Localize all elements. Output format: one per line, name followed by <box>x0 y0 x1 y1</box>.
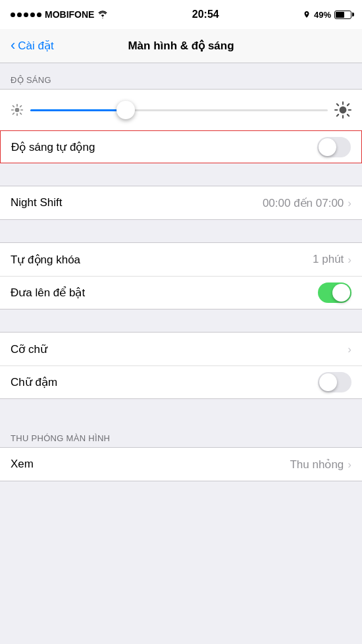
toggle-knob <box>319 138 336 156</box>
brightness-section-label: ĐỘ SÁNG <box>0 63 362 89</box>
svg-line-15 <box>348 115 349 116</box>
gap-3 <box>0 309 362 332</box>
slider-thumb[interactable] <box>116 101 135 119</box>
raise-to-wake-row: Đưa lên để bật <box>0 276 362 309</box>
night-shift-section: Night Shift 00:00 đến 07:00 › <box>0 186 362 220</box>
night-shift-row[interactable]: Night Shift 00:00 đến 07:00 › <box>0 186 362 219</box>
gap-4 <box>0 399 362 421</box>
back-chevron-icon: ‹ <box>11 38 15 53</box>
battery-percent: 49% <box>314 10 331 20</box>
auto-brightness-toggle[interactable] <box>317 137 351 157</box>
back-button[interactable]: ‹ Cài đặt <box>11 39 54 53</box>
night-shift-value: 00:00 đến 07:00 <box>263 196 344 210</box>
night-shift-label: Night Shift <box>11 196 263 209</box>
zoom-value: Thu nhỏng <box>290 458 344 471</box>
brightness-slider[interactable] <box>30 99 328 121</box>
zoom-label: Xem <box>11 458 290 471</box>
text-size-label: Cỡ chữ <box>11 342 348 356</box>
svg-line-14 <box>337 104 338 105</box>
svg-line-7 <box>13 113 14 115</box>
svg-point-0 <box>15 108 20 113</box>
svg-line-8 <box>20 106 22 107</box>
status-left: MOBIFONE <box>11 9 108 20</box>
auto-lock-row[interactable]: Tự động khóa 1 phút › <box>0 243 362 276</box>
auto-lock-section: Tự động khóa 1 phút › Đưa lên để bật <box>0 242 362 309</box>
bold-text-label: Chữ đậm <box>11 375 318 389</box>
zoom-section: Xem Thu nhỏng › <box>0 447 362 481</box>
zoom-row[interactable]: Xem Thu nhỏng › <box>0 448 362 481</box>
brightness-slider-row <box>0 89 362 130</box>
zoom-chevron-icon: › <box>348 459 351 470</box>
text-section: Cỡ chữ › Chữ đậm <box>0 332 362 399</box>
svg-line-6 <box>20 113 22 115</box>
auto-lock-label: Tự động khóa <box>11 253 313 267</box>
auto-lock-chevron-icon: › <box>348 254 351 265</box>
location-icon <box>303 11 311 18</box>
back-label: Cài đặt <box>18 39 53 53</box>
raise-to-wake-knob <box>332 284 350 302</box>
bold-text-row: Chữ đậm <box>0 365 362 398</box>
signal-dots <box>11 13 41 17</box>
bold-text-toggle[interactable] <box>318 372 351 392</box>
raise-to-wake-toggle[interactable] <box>318 282 351 303</box>
zoom-section-label: THU PHÓNG MÀN HÌNH <box>0 421 362 447</box>
text-size-row[interactable]: Cỡ chữ › <box>0 333 362 365</box>
gap-1 <box>0 163 362 186</box>
nav-bar: ‹ Cài đặt Màn hình & độ sáng <box>0 29 362 63</box>
sun-large-icon <box>334 101 351 119</box>
status-right: 49% <box>303 10 351 20</box>
battery-icon <box>334 11 351 19</box>
night-shift-chevron-icon: › <box>348 198 351 209</box>
auto-brightness-row: Độ sáng tự động <box>0 130 362 163</box>
status-bar: MOBIFONE 20:54 49% <box>0 0 362 29</box>
svg-line-16 <box>337 115 338 116</box>
auto-brightness-label: Độ sáng tự động <box>11 140 317 154</box>
bold-text-knob <box>319 373 337 391</box>
slider-track <box>30 109 328 111</box>
raise-to-wake-label: Đưa lên để bật <box>11 286 318 300</box>
svg-line-17 <box>348 104 349 105</box>
carrier-label: MOBIFONE <box>45 9 94 20</box>
gap-2 <box>0 220 362 242</box>
text-size-chevron-icon: › <box>348 344 351 355</box>
svg-line-5 <box>13 106 14 107</box>
sun-small-icon <box>11 103 24 117</box>
status-time: 20:54 <box>192 9 219 20</box>
auto-lock-value: 1 phút <box>313 253 344 266</box>
svg-point-9 <box>340 107 347 114</box>
wifi-icon <box>97 11 108 18</box>
page-title: Màn hình & độ sáng <box>128 39 234 53</box>
slider-fill <box>30 109 126 111</box>
